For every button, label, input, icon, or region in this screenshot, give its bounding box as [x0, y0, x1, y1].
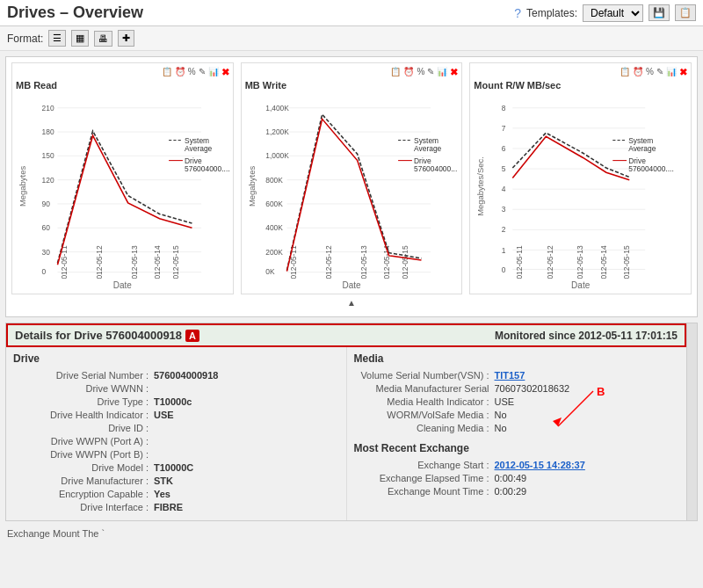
- copy-icon[interactable]: 📋: [162, 67, 172, 78]
- cleaning-row: Cleaning Media : No: [354, 423, 680, 433]
- chart-title-1: MB Read: [16, 80, 229, 91]
- chart-svg-1: Megabytes 210 180 150 120 90 60 30 0: [16, 94, 229, 279]
- drive-mfr-label: Drive Manufacturer :: [13, 475, 154, 486]
- media-exchange-section: Media Volume Serial Number(VSN) : TIT157…: [347, 347, 687, 520]
- exchange-start-link[interactable]: 2012-05-15 14:28:37: [495, 460, 585, 470]
- encryption-row: Encryption Capable : Yes: [13, 489, 339, 499]
- chart-icon[interactable]: 📊: [208, 67, 219, 78]
- cleaning-value: No: [495, 423, 507, 433]
- svg-text:4: 4: [502, 185, 506, 193]
- clock-icon[interactable]: ⏰: [175, 67, 185, 78]
- monitored-since: Monitored since 2012-05-11 17:01:15: [495, 330, 678, 342]
- drive-id-row: Drive ID :: [13, 423, 339, 433]
- drive-serial-value: 576004000918: [154, 370, 218, 381]
- save-button[interactable]: 💾: [649, 4, 670, 21]
- svg-text:800K: 800K: [265, 176, 283, 185]
- vsn-link[interactable]: TIT157: [495, 370, 525, 381]
- drive-serial-label: Drive Serial Number :: [13, 370, 154, 381]
- vsn-value: TIT157: [495, 370, 525, 381]
- copy-icon-3[interactable]: 📋: [620, 67, 630, 78]
- svg-text:30: 30: [42, 248, 51, 257]
- percent-icon-3[interactable]: %: [646, 67, 654, 78]
- drive-wwpn-b-label: Drive WWPN (Port B) :: [13, 449, 154, 460]
- worm-row: WORM/VolSafe Media : No: [354, 410, 680, 420]
- chart-container-2: Megabytes 1,400K 1,200K 1,000K 800K 600K…: [245, 94, 459, 279]
- details-header: Details for Drive 576004000918 A Monitor…: [6, 323, 686, 347]
- charts-row: 📋 ⏰ % ✎ 📊 ✖ MB Read Megabytes 210 180 15…: [11, 62, 692, 294]
- chart-container-1: Megabytes 210 180 150 120 90 60 30 0: [16, 94, 229, 279]
- templates-select[interactable]: Default: [583, 4, 643, 22]
- svg-text:2012-05-12: 2012-05-12: [546, 245, 554, 279]
- print-button[interactable]: 🖶: [94, 31, 112, 47]
- clock-icon-3[interactable]: ⏰: [633, 67, 643, 78]
- media-health-label: Media Health Indicator :: [354, 396, 495, 407]
- svg-text:210: 210: [42, 104, 54, 113]
- svg-text:120: 120: [42, 176, 54, 185]
- close-chart-2[interactable]: ✖: [450, 67, 458, 78]
- edit-icon-3[interactable]: ✎: [656, 67, 663, 78]
- list-view-button[interactable]: ☰: [48, 30, 66, 47]
- svg-text:Average: Average: [629, 144, 657, 153]
- collapse-bar[interactable]: ▲: [15, 298, 688, 308]
- copy-icon-2[interactable]: 📋: [390, 67, 401, 78]
- svg-text:2012-05-12: 2012-05-12: [324, 245, 333, 279]
- edit-icon-2[interactable]: ✎: [427, 67, 434, 78]
- chart-toolbar-1: 📋 ⏰ % ✎ 📊 ✖: [16, 67, 229, 78]
- svg-text:7: 7: [502, 124, 506, 133]
- chart-panel-mb-read: 📋 ⏰ % ✎ 📊 ✖ MB Read Megabytes 210 180 15…: [11, 62, 234, 294]
- drive-interface-value: FIBRE: [154, 502, 183, 512]
- svg-text:180: 180: [42, 127, 54, 136]
- chart-icon-3[interactable]: 📊: [666, 67, 677, 78]
- drive-id-label: Drive ID :: [13, 423, 154, 433]
- chart-panel-mb-write: 📋 ⏰ % ✎ 📊 ✖ MB Write Megabytes 1,400K 1,…: [241, 62, 463, 294]
- edit-icon[interactable]: ✎: [199, 67, 206, 78]
- svg-text:2012-05-15: 2012-05-15: [623, 245, 632, 279]
- export-button[interactable]: 📋: [675, 4, 696, 21]
- svg-text:8: 8: [502, 104, 506, 113]
- svg-text:90: 90: [42, 200, 51, 208]
- exchange-mount-row: Exchange Mount Time : 0:00:29: [354, 486, 680, 497]
- bottom-text: Exchange Mount The `: [0, 526, 703, 541]
- svg-text:Average: Average: [185, 144, 213, 153]
- media-serial-value: 70607302018632: [495, 383, 570, 394]
- chart-x-label-3: Date: [474, 280, 687, 290]
- add-button[interactable]: ✚: [118, 30, 134, 47]
- svg-text:60: 60: [42, 223, 51, 232]
- svg-text:576004000....: 576004000....: [185, 164, 229, 173]
- drive-serial-row: Drive Serial Number : 576004000918: [13, 370, 339, 381]
- svg-text:3: 3: [502, 205, 506, 214]
- svg-text:2: 2: [502, 226, 506, 235]
- drive-health-row: Drive Health Indicator : USE: [13, 410, 339, 420]
- chart-icon-2[interactable]: 📊: [437, 67, 447, 78]
- percent-icon-2[interactable]: %: [417, 67, 424, 78]
- svg-text:0: 0: [42, 267, 47, 276]
- scrollbar[interactable]: [686, 323, 697, 520]
- svg-text:Megabytes/Sec.: Megabytes/Sec.: [475, 156, 485, 216]
- chart-x-label-1: Date: [16, 280, 229, 290]
- exchange-section-title: Most Recent Exchange: [354, 442, 680, 454]
- svg-text:0K: 0K: [265, 267, 275, 276]
- svg-text:2012-05-12: 2012-05-12: [95, 245, 104, 279]
- close-chart-1[interactable]: ✖: [221, 67, 229, 78]
- worm-value: No: [495, 410, 507, 420]
- svg-text:2012-05-15: 2012-05-15: [400, 245, 409, 279]
- templates-label: Templates:: [526, 7, 577, 19]
- percent-icon[interactable]: %: [188, 67, 196, 78]
- media-health-value: USE: [495, 396, 515, 407]
- drive-section-title: Drive: [13, 352, 339, 365]
- drive-wwpn-a-row: Drive WWPN (Port A) :: [13, 436, 339, 446]
- exchange-mount-value: 0:00:29: [495, 486, 527, 497]
- grid-view-button[interactable]: ▦: [71, 30, 89, 47]
- chart-svg-2: Megabytes 1,400K 1,200K 1,000K 800K 600K…: [245, 94, 459, 279]
- svg-text:2012-05-13: 2012-05-13: [576, 245, 585, 279]
- encryption-label: Encryption Capable :: [13, 489, 154, 499]
- worm-label: WORM/VolSafe Media :: [354, 410, 495, 420]
- drive-section: Drive Drive Serial Number : 576004000918…: [6, 347, 347, 520]
- svg-text:400K: 400K: [265, 223, 283, 232]
- clock-icon-2[interactable]: ⏰: [403, 67, 414, 78]
- drive-mfr-value: STK: [154, 475, 173, 486]
- chart-container-3: Megabytes/Sec. 8 7 6 5 4 3 2 1 0: [474, 94, 687, 279]
- help-icon[interactable]: ?: [514, 6, 521, 20]
- close-chart-3[interactable]: ✖: [679, 67, 687, 78]
- svg-text:1: 1: [502, 246, 506, 255]
